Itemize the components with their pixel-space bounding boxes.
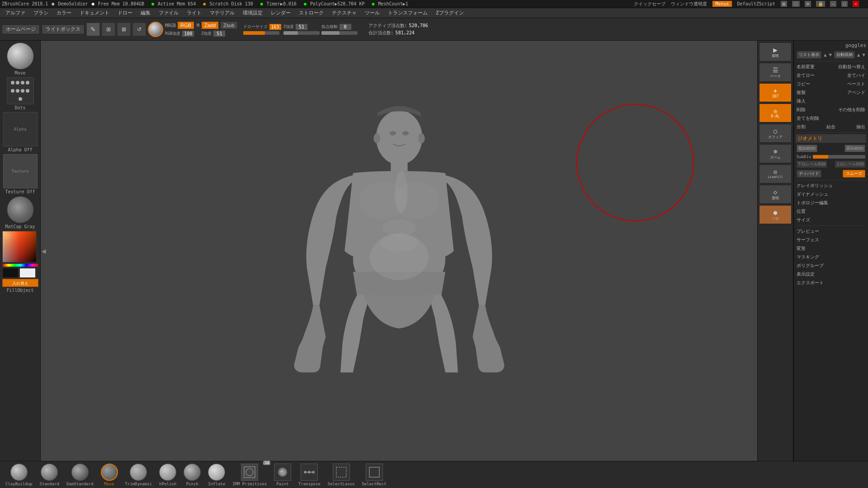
texture-selector[interactable]: Texture Texture Off xyxy=(2,154,38,194)
menu-alpha[interactable]: アルファ xyxy=(2,9,29,17)
draw-mode-btn[interactable]: ✎ xyxy=(86,23,100,36)
delete-others-label[interactable]: その他を削除 xyxy=(838,107,865,113)
hpolish-btn[interactable]: hPolish xyxy=(157,463,178,487)
topology-label[interactable]: トポロジー編集 xyxy=(797,200,828,206)
canvas-left-arrow[interactable]: ◀ xyxy=(42,247,46,255)
menu-zplugin[interactable]: Zプラグイン xyxy=(432,9,467,17)
window-trans[interactable]: ウィンドウ透明度 xyxy=(671,1,707,7)
line-fill-btn[interactable]: ⊡ LineFill xyxy=(759,164,792,183)
display-label[interactable]: 表示設定 xyxy=(797,271,815,277)
menu-file[interactable]: ファイル xyxy=(155,9,182,17)
menu-env[interactable]: 環境設定 xyxy=(239,9,266,17)
menu-document[interactable]: ドキュメント xyxy=(76,9,113,17)
default-zscript[interactable]: DefaultZScript xyxy=(737,1,775,6)
lightbox-btn[interactable]: ライトボックス xyxy=(42,24,85,34)
zsub-btn[interactable]: Zsub xyxy=(220,21,237,29)
list-view-btn[interactable]: リスト表示 xyxy=(797,51,821,59)
menu-texture[interactable]: テクスチャ xyxy=(328,9,360,17)
menu-color[interactable]: カラー xyxy=(53,9,75,17)
move-bottom-btn[interactable]: Move xyxy=(99,463,120,487)
rgb-strength-val[interactable]: 100 xyxy=(182,30,194,37)
preview-label[interactable]: プレビュー xyxy=(797,228,819,235)
fill-object-label[interactable]: FillObject xyxy=(2,288,38,293)
zadd-btn[interactable]: Zadd xyxy=(201,21,219,29)
z-strength-slider[interactable] xyxy=(283,31,320,35)
menu-tool[interactable]: ツール xyxy=(361,9,383,17)
paste-label[interactable]: ペースト xyxy=(847,81,865,87)
smooth-btn[interactable]: スムーズ xyxy=(843,170,865,178)
upper-level-label[interactable]: 上位レベル削除 xyxy=(835,161,865,168)
background-color[interactable] xyxy=(19,268,36,278)
menu-draw[interactable]: ドロー xyxy=(114,9,136,17)
merge-label[interactable]: 結合 xyxy=(826,124,835,130)
hue-bar[interactable] xyxy=(2,263,38,267)
subdiv-progress[interactable] xyxy=(813,155,865,159)
menus-btn[interactable]: Menus xyxy=(712,1,731,7)
add-btn[interactable]: + 107 xyxy=(759,83,792,102)
selectlasso-btn[interactable]: SelectLasso xyxy=(326,463,357,487)
rotate-btn[interactable]: ↺ xyxy=(132,23,146,36)
lower-level-label[interactable]: 下位レベル削除 xyxy=(797,161,827,168)
quick-save[interactable]: クイックセーブ xyxy=(634,1,665,7)
menu-material[interactable]: マテリアル xyxy=(206,9,238,17)
menu-light[interactable]: ライト xyxy=(183,9,205,17)
move-brush[interactable]: Move xyxy=(2,42,38,75)
paint-btn[interactable]: Paint xyxy=(272,463,293,487)
edit-btn[interactable]: ⊞ xyxy=(102,23,115,36)
split-label[interactable]: 分割 xyxy=(797,124,806,130)
delete-all-label[interactable]: 全てを削除 xyxy=(797,115,819,122)
deformation-label[interactable]: 変形 xyxy=(797,245,806,252)
high-subdiv-btn[interactable]: 高SubDiv xyxy=(844,145,865,152)
insert-label[interactable]: 挿入 xyxy=(797,98,806,104)
divide-btn[interactable]: ディバイド xyxy=(797,170,821,178)
masking-label[interactable]: マスキング xyxy=(797,254,819,260)
menu-transform[interactable]: トランスフォーム xyxy=(384,9,431,17)
append-label[interactable]: アペンド xyxy=(847,89,865,96)
scale-btn[interactable]: ⊠ xyxy=(117,23,131,36)
pose-btn[interactable]: ☰ ベース xyxy=(759,63,792,82)
inflate-btn[interactable]: Inflate xyxy=(206,463,227,487)
transparent-btn[interactable]: ◇ 透明 xyxy=(759,185,792,204)
menu-brush[interactable]: ブラシ xyxy=(30,9,52,17)
menu-edit[interactable]: 編集 xyxy=(137,9,154,17)
standard-btn[interactable]: Standard xyxy=(38,463,61,487)
imm-primitives-btn[interactable]: 14 IMM Primitives xyxy=(231,463,269,487)
transpose-btn[interactable]: Transpose xyxy=(297,463,322,487)
bpr-btn[interactable]: ▶ BPR xyxy=(759,42,792,61)
layer-btn[interactable]: ◎ 0-AL xyxy=(759,103,792,122)
dynamesh-label[interactable]: ダイナメッシュ xyxy=(797,191,828,197)
copy-label[interactable]: コピー xyxy=(797,81,810,87)
size-label[interactable]: サイズ xyxy=(797,217,810,223)
homepage-btn[interactable]: ホームページ xyxy=(2,24,40,34)
pinch-btn[interactable]: Pinch xyxy=(182,463,203,487)
claybuildup-btn[interactable]: ClayBuildup xyxy=(4,463,34,487)
z-strength-val[interactable]: 51 xyxy=(213,30,226,37)
z-intensity-val[interactable]: 51 xyxy=(295,23,308,30)
low-subdiv-btn[interactable]: 低SubDiv xyxy=(797,145,817,152)
solo-btn[interactable]: ● ソロ xyxy=(759,205,792,224)
menu-render[interactable]: レンダー xyxy=(267,9,294,17)
surface-label[interactable]: サーフェス xyxy=(797,237,819,243)
draw-size-val[interactable]: 163 xyxy=(269,23,282,30)
brush-color-indicator[interactable] xyxy=(148,22,163,37)
color-gradient-area[interactable] xyxy=(2,231,37,263)
zoom-btn[interactable]: ⊕ ズーム xyxy=(759,144,792,163)
matcap-selector[interactable]: MatCap Gray xyxy=(2,196,38,229)
damstandard-btn[interactable]: DamStandard xyxy=(65,463,95,487)
rgb-btn[interactable]: RGB xyxy=(177,21,194,29)
polygroup-label[interactable]: ポリグループ xyxy=(797,263,824,269)
draw-size-slider[interactable] xyxy=(243,31,279,35)
canvas-area[interactable]: ◀ xyxy=(41,41,757,461)
extract-label[interactable]: 抽出 xyxy=(856,124,865,130)
alpha-selector[interactable]: Alpha Alpha Off xyxy=(2,112,38,152)
menu-stroke[interactable]: ストローク xyxy=(295,9,327,17)
dots-brush[interactable]: Dots xyxy=(2,77,38,110)
foreground-color[interactable] xyxy=(2,268,19,278)
auto-save-btn[interactable]: 自動収納 xyxy=(834,51,855,59)
focal-shift-val[interactable]: 0 xyxy=(339,23,352,30)
dup-label[interactable]: 複製 xyxy=(797,89,806,96)
selectrect-btn[interactable]: SelectRect xyxy=(360,463,388,487)
trimdynamic-btn[interactable]: TrimDynamic xyxy=(123,463,154,487)
export-label[interactable]: エクスポート xyxy=(797,280,824,286)
focal-shift-slider[interactable] xyxy=(321,31,358,35)
